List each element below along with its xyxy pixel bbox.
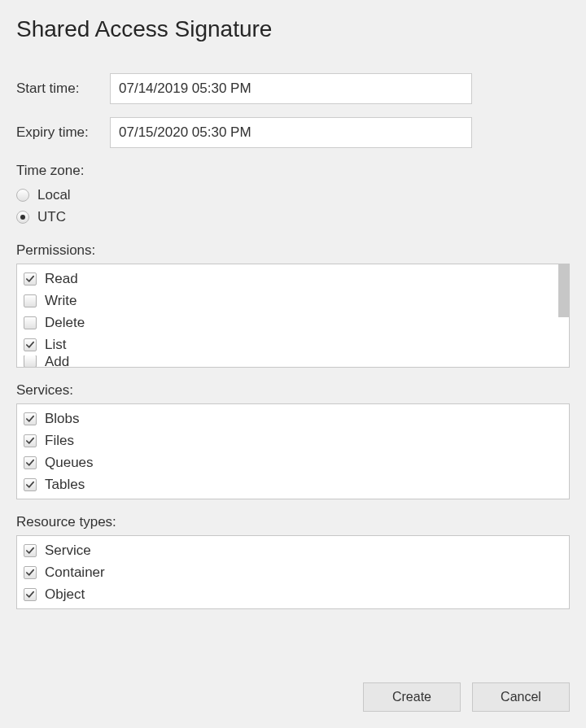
checkbox-label: Add bbox=[45, 355, 69, 367]
permission-item-add[interactable]: Add bbox=[24, 355, 562, 367]
checkbox-label: Write bbox=[45, 290, 77, 312]
resourcetype-item-object[interactable]: Object bbox=[24, 583, 564, 605]
radio-label: Local bbox=[37, 184, 71, 206]
checkbox-label: Delete bbox=[45, 312, 85, 333]
permissions-listbox[interactable]: Read Write Delete List Add bbox=[16, 264, 570, 368]
radio-option-utc[interactable]: UTC bbox=[16, 206, 570, 228]
page-title: Shared Access Signature bbox=[16, 16, 570, 42]
checkbox-label: Tables bbox=[45, 473, 85, 495]
checkbox-icon bbox=[24, 588, 37, 601]
expiry-time-input[interactable] bbox=[110, 117, 472, 148]
checkbox-label: Files bbox=[45, 429, 74, 451]
checkbox-icon bbox=[24, 456, 37, 469]
radio-option-local[interactable]: Local bbox=[16, 184, 570, 206]
checkbox-icon bbox=[24, 272, 37, 286]
service-item-blobs[interactable]: Blobs bbox=[24, 408, 564, 429]
services-label: Services: bbox=[16, 382, 570, 399]
checkbox-icon bbox=[24, 316, 37, 329]
resourcetypes-listbox: Service Container Object bbox=[16, 535, 570, 609]
permission-item-read[interactable]: Read bbox=[24, 268, 562, 290]
checkbox-icon bbox=[24, 434, 37, 447]
radio-icon bbox=[16, 211, 29, 224]
start-time-label: Start time: bbox=[16, 81, 110, 97]
checkbox-label: Container bbox=[45, 561, 105, 583]
cancel-button[interactable]: Cancel bbox=[472, 682, 570, 712]
checkbox-icon bbox=[24, 412, 37, 425]
radio-label: UTC bbox=[37, 206, 66, 228]
checkbox-icon bbox=[24, 544, 37, 557]
service-item-tables[interactable]: Tables bbox=[24, 473, 564, 495]
service-item-files[interactable]: Files bbox=[24, 429, 564, 451]
timezone-label: Time zone: bbox=[16, 163, 570, 179]
resourcetype-item-service[interactable]: Service bbox=[24, 539, 564, 561]
permission-item-list[interactable]: List bbox=[24, 333, 562, 355]
radio-icon bbox=[16, 189, 29, 202]
checkbox-label: List bbox=[45, 333, 66, 355]
checkbox-icon bbox=[24, 294, 37, 307]
permissions-label: Permissions: bbox=[16, 242, 570, 259]
permission-item-delete[interactable]: Delete bbox=[24, 312, 562, 333]
checkbox-icon bbox=[24, 355, 37, 367]
service-item-queues[interactable]: Queues bbox=[24, 451, 564, 473]
create-button[interactable]: Create bbox=[363, 682, 461, 712]
checkbox-icon bbox=[24, 478, 37, 491]
expiry-time-label: Expiry time: bbox=[16, 124, 110, 141]
checkbox-icon bbox=[24, 566, 37, 579]
start-time-input[interactable] bbox=[110, 73, 472, 104]
checkbox-label: Read bbox=[45, 268, 78, 290]
checkbox-label: Blobs bbox=[45, 408, 80, 429]
checkbox-label: Queues bbox=[45, 451, 94, 473]
permission-item-write[interactable]: Write bbox=[24, 290, 562, 312]
services-listbox: Blobs Files Queues Tables bbox=[16, 403, 570, 499]
checkbox-icon bbox=[24, 338, 37, 351]
checkbox-label: Object bbox=[45, 583, 85, 605]
scrollbar-thumb[interactable] bbox=[558, 264, 569, 317]
checkbox-label: Service bbox=[45, 539, 91, 561]
resourcetypes-label: Resource types: bbox=[16, 514, 570, 530]
resourcetype-item-container[interactable]: Container bbox=[24, 561, 564, 583]
